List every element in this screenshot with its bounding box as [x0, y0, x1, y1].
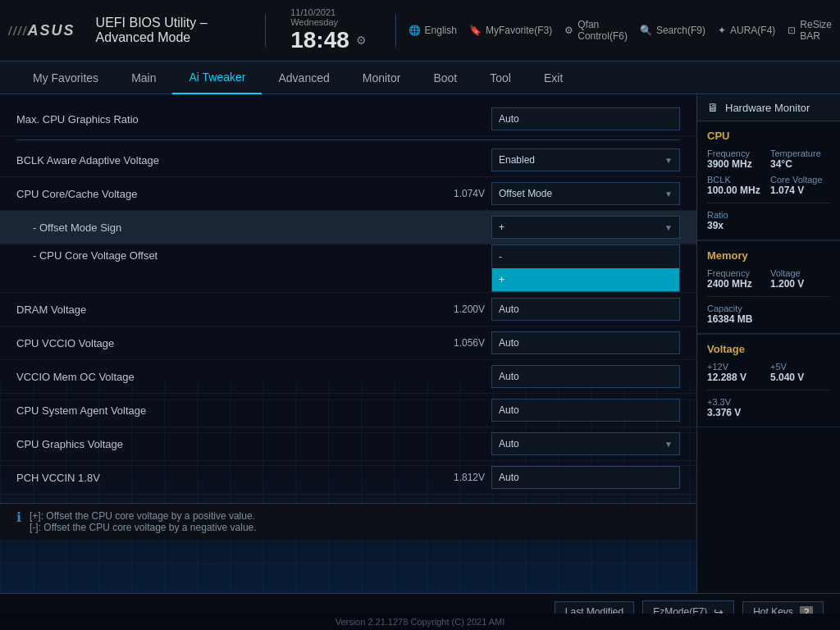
nav-advanced[interactable]: Advanced	[262, 62, 345, 94]
bclk-adaptive-value: Enabled ▼	[491, 148, 680, 171]
nav-tool[interactable]: Tool	[473, 62, 527, 94]
hw-monitor-panel: 🖥 Hardware Monitor CPU Frequency 3900 MH…	[696, 94, 840, 593]
bios-title: UEFI BIOS Utility – Advanced Mode	[96, 16, 253, 45]
hw-memory-grid: Frequency 2400 MHz Voltage 1.200 V	[707, 268, 830, 290]
max-cpu-graphics-value: Auto	[491, 107, 680, 130]
cpu-vccio-value: 1.056V Auto	[444, 331, 680, 354]
setting-cpu-core-cache-voltage: CPU Core/Cache Voltage 1.074V Offset Mod…	[0, 177, 696, 211]
resizebar-icon: ⊡	[788, 25, 796, 36]
offset-mode-sign-label: - Offset Mode Sign	[16, 221, 491, 234]
setting-offset-mode-sign: - Offset Mode Sign + ▼	[0, 211, 696, 244]
resizebar-button[interactable]: ⊡ ReSize BAR	[788, 19, 832, 42]
nav-ai-tweaker[interactable]: Ai Tweaker	[172, 62, 262, 94]
nav-boot[interactable]: Boot	[417, 62, 473, 94]
cpu-core-cache-current: 1.074V	[444, 188, 485, 199]
qfan-button[interactable]: ⚙ Qfan Control(F6)	[564, 19, 628, 42]
hw-mem-freq: Frequency 2400 MHz	[707, 268, 767, 290]
nav-exit[interactable]: Exit	[527, 62, 579, 94]
hw-cpu-ratio: Ratio 39x	[707, 210, 830, 231]
cpu-core-voltage-offset-value: - +	[491, 244, 680, 292]
setting-cpu-core-voltage-offset: - CPU Core Voltage Offset - +	[0, 244, 696, 293]
pch-vccin-value: 1.812V Auto	[444, 466, 680, 489]
nav-main[interactable]: Main	[115, 62, 172, 94]
version-text: Version 2.21.1278 Copyright (C) 2021 AMI	[336, 617, 505, 627]
cpu-graphics-voltage-value: Auto ▼	[491, 432, 680, 455]
hw-volt-33v: +3.3V 3.376 V	[707, 397, 830, 418]
vccio-mem-oc-dropdown[interactable]: Auto	[491, 365, 680, 388]
datetime-area: 11/10/2021 Wednesday 18:48 ⚙	[290, 7, 367, 53]
info-icon: ℹ	[16, 509, 21, 525]
settings-icon[interactable]: ⚙	[356, 34, 367, 47]
cpu-core-cache-dropdown[interactable]: Offset Mode ▼	[491, 182, 680, 205]
hw-volt-5v: +5V 5.040 V	[770, 362, 830, 383]
vccio-mem-oc-val: Auto	[499, 371, 519, 382]
bclk-adaptive-val: Enabled	[499, 154, 535, 166]
dram-voltage-dropdown[interactable]: Auto	[491, 298, 680, 321]
hw-voltage-grid: +12V 12.288 V +5V 5.040 V	[707, 362, 830, 383]
setting-cpu-graphics-voltage: CPU Graphics Voltage Auto ▼	[0, 427, 696, 461]
hw-voltage-title: Voltage	[707, 343, 830, 355]
date-display: 11/10/2021 Wednesday	[290, 7, 367, 27]
setting-cpu-vccio-voltage: CPU VCCIO Voltage 1.056V Auto	[0, 326, 696, 360]
hw-memory-title: Memory	[707, 249, 830, 262]
cpu-core-cache-arrow: ▼	[664, 189, 673, 199]
dram-voltage-label: DRAM Voltage	[16, 304, 444, 316]
info-line-2: [-]: Offset the CPU core voltage by a ne…	[30, 522, 257, 533]
info-line-1: [+]: Offset the CPU core voltage by a po…	[30, 510, 257, 522]
pch-vccin-val: Auto	[499, 472, 519, 483]
setting-bclk-adaptive: BCLK Aware Adaptive Voltage Enabled ▼	[0, 144, 696, 177]
cpu-system-agent-dropdown[interactable]: Auto	[491, 399, 680, 422]
aura-label: AURA(F4)	[730, 25, 775, 36]
globe-icon: 🌐	[409, 25, 421, 36]
top-bar: ////ASUS UEFI BIOS Utility – Advanced Mo…	[0, 0, 840, 62]
max-cpu-graphics-dropdown[interactable]: Auto	[491, 107, 680, 130]
hw-voltage-section: Voltage +12V 12.288 V +5V 5.040 V +3.3V …	[697, 335, 840, 427]
cpu-core-cache-label: CPU Core/Cache Voltage	[16, 188, 444, 200]
vccio-mem-oc-label: VCCIO Mem OC Voltage	[16, 371, 491, 383]
hw-mem-divider	[707, 296, 830, 297]
search-button[interactable]: 🔍 Search(F9)	[640, 19, 705, 42]
bookmark-icon: 🔖	[469, 25, 482, 36]
asus-logo: ////ASUS	[8, 22, 75, 39]
offset-mode-sign-dropdown[interactable]: + ▼	[491, 216, 680, 239]
hw-mem-capacity: Capacity 16384 MB	[707, 304, 830, 325]
hw-cpu-section: CPU Frequency 3900 MHz Temperature 34°C …	[697, 121, 840, 240]
time-display: 18:48	[290, 27, 349, 53]
aura-icon: ✦	[718, 25, 726, 36]
search-label: Search(F9)	[656, 25, 705, 36]
offset-option-minus[interactable]: -	[492, 245, 679, 268]
cpu-graphics-voltage-dropdown[interactable]: Auto ▼	[491, 432, 680, 455]
bclk-adaptive-dropdown[interactable]: Enabled ▼	[491, 148, 680, 171]
pch-vccin-dropdown[interactable]: Auto	[491, 466, 680, 489]
monitor-icon: 🖥	[707, 101, 719, 114]
cpu-graphics-voltage-label: CPU Graphics Voltage	[16, 438, 491, 450]
offset-dropdown-popup: - +	[491, 244, 680, 292]
myfavorite-button[interactable]: 🔖 MyFavorite(F3)	[469, 19, 552, 42]
divider-1	[16, 139, 680, 140]
bclk-adaptive-arrow: ▼	[664, 156, 673, 165]
language-selector[interactable]: 🌐 English	[409, 19, 457, 42]
nav-my-favorites[interactable]: My Favorites	[16, 62, 115, 94]
offset-popup-inner: - +	[491, 244, 680, 292]
dram-voltage-current: 1.200V	[444, 304, 485, 315]
info-text: [+]: Offset the CPU core voltage by a po…	[30, 510, 257, 533]
resizebar-label: ReSize BAR	[800, 19, 832, 42]
vccio-mem-oc-value: Auto	[491, 365, 680, 388]
hw-volt-divider	[707, 390, 830, 390]
cpu-vccio-val: Auto	[499, 337, 519, 349]
setting-vccio-mem-oc: VCCIO Mem OC Voltage Auto	[0, 360, 696, 394]
hw-monitor-title-text: Hardware Monitor	[725, 102, 810, 114]
cpu-vccio-dropdown[interactable]: Auto	[491, 331, 680, 354]
setting-cpu-system-agent: CPU System Agent Voltage Auto	[0, 394, 696, 427]
version-bar: Version 2.21.1278 Copyright (C) 2021 AMI	[0, 614, 840, 630]
hw-volt-12v: +12V 12.288 V	[707, 362, 767, 383]
max-cpu-graphics-label: Max. CPU Graphics Ratio	[16, 113, 491, 126]
search-icon: 🔍	[640, 25, 652, 36]
aura-button[interactable]: ✦ AURA(F4)	[718, 19, 775, 42]
offset-option-plus[interactable]: +	[492, 268, 679, 291]
logo-area: ////ASUS	[8, 22, 75, 39]
cpu-vccio-current: 1.056V	[444, 337, 485, 349]
nav-monitor[interactable]: Monitor	[346, 62, 418, 94]
qfan-label: Qfan Control(F6)	[578, 19, 628, 42]
myfavorite-label: MyFavorite(F3)	[486, 25, 552, 36]
